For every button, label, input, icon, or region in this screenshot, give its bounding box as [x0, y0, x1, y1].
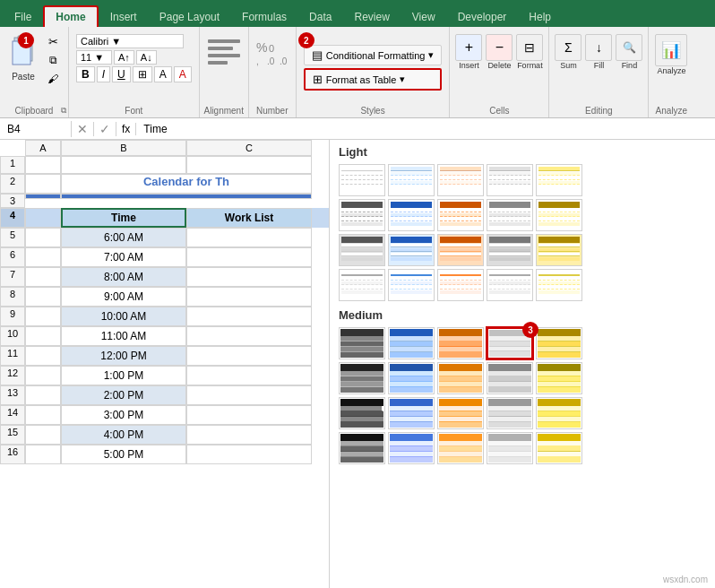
medium-style-3[interactable] — [437, 327, 484, 359]
cell-a7[interactable] — [25, 267, 61, 287]
border-button[interactable]: ⊞ — [133, 66, 152, 82]
medium-style-14[interactable] — [487, 397, 533, 429]
tab-review[interactable]: Review — [343, 7, 400, 27]
cell-a9[interactable] — [25, 307, 61, 326]
fill-button[interactable]: ↓ Fill — [585, 34, 612, 70]
cell-a10[interactable] — [25, 326, 61, 346]
formula-input[interactable]: Time — [136, 121, 715, 137]
light-style-17[interactable] — [388, 269, 435, 301]
tab-formulas[interactable]: Formulas — [231, 7, 297, 27]
find-select-button[interactable]: 🔍 Find — [616, 34, 642, 70]
cell-c14[interactable] — [186, 405, 312, 425]
cell-b11[interactable]: 12:00 PM — [61, 346, 186, 366]
cell-b4-time[interactable]: Time — [61, 208, 186, 228]
insert-cells-button[interactable]: + Insert — [455, 34, 482, 70]
cell-c10[interactable] — [186, 326, 312, 346]
format-cells-button[interactable]: ⊟ Format — [516, 34, 543, 70]
cell-b9[interactable]: 10:00 AM — [61, 307, 186, 326]
cell-a3[interactable] — [25, 194, 61, 199]
light-style-5[interactable] — [536, 164, 582, 196]
light-style-14[interactable] — [487, 234, 533, 266]
light-style-19[interactable] — [487, 269, 533, 301]
format-as-table-button[interactable]: ⊞ Format as Table ▾ — [304, 68, 443, 91]
cell-a6[interactable] — [25, 247, 61, 267]
number-icon[interactable]: % 0 , .0 .0 — [254, 34, 290, 79]
tab-view[interactable]: View — [401, 7, 446, 27]
light-style-10[interactable] — [536, 199, 582, 231]
cut-button[interactable]: ✂ — [43, 32, 63, 50]
cell-a12[interactable] — [25, 366, 61, 385]
cell-b3[interactable] — [61, 194, 312, 199]
medium-style-8[interactable] — [437, 362, 484, 394]
confirm-formula-button[interactable]: ✓ — [94, 122, 116, 136]
tab-developer[interactable]: Developer — [447, 7, 518, 27]
medium-style-20[interactable] — [536, 432, 582, 464]
cell-c16[interactable] — [186, 445, 312, 464]
cell-a5[interactable] — [25, 228, 61, 247]
tab-insert[interactable]: Insert — [99, 7, 148, 27]
light-style-9[interactable] — [487, 199, 533, 231]
medium-style-15[interactable] — [536, 397, 582, 429]
decrease-font-button[interactable]: A↓ — [136, 50, 157, 65]
cell-a4[interactable] — [25, 208, 61, 228]
cell-a13[interactable] — [25, 385, 61, 405]
light-style-12[interactable] — [388, 234, 435, 266]
clipboard-expand-icon[interactable]: ⧉ — [61, 106, 66, 116]
medium-style-7[interactable] — [388, 362, 435, 394]
insert-function-button[interactable]: fx — [116, 123, 136, 135]
light-style-16[interactable] — [339, 269, 385, 301]
underline-button[interactable]: U — [112, 66, 131, 82]
medium-style-5[interactable] — [536, 327, 582, 359]
cell-a15[interactable] — [25, 425, 61, 445]
cell-b15[interactable]: 4:00 PM — [61, 425, 186, 445]
medium-style-17[interactable] — [388, 432, 435, 464]
light-style-8[interactable] — [437, 199, 484, 231]
light-style-18[interactable] — [437, 269, 484, 301]
analyze-button[interactable]: 📊 Analyze — [655, 30, 687, 75]
delete-cells-button[interactable]: − Delete — [486, 34, 513, 70]
medium-style-10[interactable] — [536, 362, 582, 394]
font-name-select[interactable]: Calibri ▼ — [76, 34, 184, 48]
cell-b2-title[interactable]: Calendar for Th — [61, 174, 312, 194]
alignment-icon[interactable] — [206, 34, 242, 79]
format-painter-button[interactable]: 🖌 — [43, 70, 63, 88]
bold-button[interactable]: B — [76, 66, 95, 82]
cell-c6[interactable] — [186, 247, 312, 267]
cell-b14[interactable]: 3:00 PM — [61, 405, 186, 425]
cell-a2[interactable] — [25, 174, 61, 194]
cell-b1[interactable] — [61, 156, 186, 174]
cell-b10[interactable]: 11:00 AM — [61, 326, 186, 346]
cell-b7[interactable]: 8:00 AM — [61, 267, 186, 287]
medium-style-6[interactable] — [339, 362, 385, 394]
cancel-formula-button[interactable]: ✕ — [72, 122, 94, 136]
medium-style-1[interactable] — [339, 327, 385, 359]
medium-style-9[interactable] — [487, 362, 533, 394]
medium-style-19[interactable] — [487, 432, 533, 464]
cell-c12[interactable] — [186, 366, 312, 385]
tab-file[interactable]: File — [4, 7, 42, 27]
light-style-6[interactable] — [339, 199, 385, 231]
cell-c13[interactable] — [186, 385, 312, 405]
tab-data[interactable]: Data — [298, 7, 342, 27]
light-style-20[interactable] — [536, 269, 582, 301]
cell-c8[interactable] — [186, 287, 312, 307]
medium-style-13[interactable] — [437, 397, 484, 429]
light-style-2[interactable] — [388, 164, 435, 196]
cell-b8[interactable]: 9:00 AM — [61, 287, 186, 307]
light-style-3[interactable] — [437, 164, 484, 196]
font-color-button[interactable]: A — [174, 66, 192, 82]
light-style-1[interactable] — [339, 164, 385, 196]
cell-c4-worklist[interactable]: Work List — [186, 208, 312, 228]
cell-a11[interactable] — [25, 346, 61, 366]
cell-b16[interactable]: 5:00 PM — [61, 445, 186, 464]
tab-page-layout[interactable]: Page Layout — [149, 7, 230, 27]
tab-home[interactable]: Home — [43, 5, 98, 27]
cell-b12[interactable]: 1:00 PM — [61, 366, 186, 385]
medium-style-12[interactable] — [388, 397, 435, 429]
light-style-15[interactable] — [536, 234, 582, 266]
conditional-formatting-button[interactable]: ▤ Conditional Formatting ▾ — [304, 45, 443, 65]
light-style-11[interactable] — [339, 234, 385, 266]
fill-color-button[interactable]: A — [154, 66, 172, 82]
cell-c7[interactable] — [186, 267, 312, 287]
medium-style-18[interactable] — [437, 432, 484, 464]
